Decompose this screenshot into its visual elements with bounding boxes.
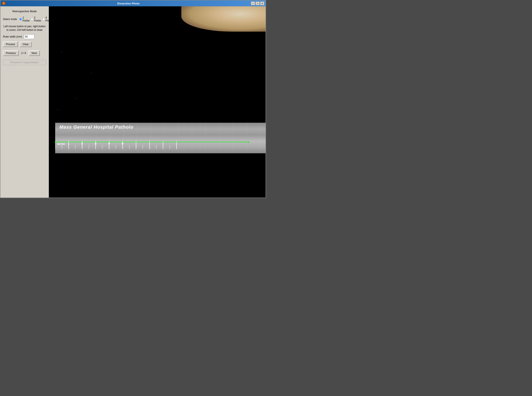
radio-3points-label: 3 Points bbox=[34, 16, 41, 22]
ruler-area: Mass General Hospital Patholо METRIC bbox=[55, 123, 266, 153]
app-icon-area bbox=[2, 1, 6, 6]
mode-row: Select mode 2 Points 3 Points 4 Points bbox=[3, 16, 46, 22]
scatter-dot-1 bbox=[62, 52, 62, 52]
instruction-text: Left mouse button to pan, right button t… bbox=[3, 25, 46, 32]
previous-button[interactable]: Previous bbox=[3, 50, 19, 56]
restore-button[interactable]: □ bbox=[255, 1, 260, 5]
ruler-ticks-svg: 1 2 3 4 5 bbox=[55, 141, 266, 153]
window-content: Retrospective Mode Select mode 2 Points … bbox=[0, 6, 266, 198]
minimize-button[interactable]: ─ bbox=[251, 1, 255, 5]
clear-button[interactable]: Clear bbox=[20, 41, 32, 47]
tissue-image bbox=[181, 6, 266, 32]
ruler-institution-text: Mass General Hospital Patholо bbox=[59, 124, 134, 130]
photo-background: Mass General Hospital Patholо METRIC bbox=[49, 6, 266, 198]
main-window: Dissection Photo ─ □ ✕ Retrospective Mod… bbox=[0, 0, 266, 198]
right-panel[interactable]: Mass General Hospital Patholо METRIC bbox=[49, 6, 266, 198]
radio-4points-input[interactable] bbox=[42, 18, 45, 20]
measurement-point-right bbox=[248, 141, 249, 143]
title-bar: Dissection Photo ─ □ ✕ bbox=[0, 0, 266, 6]
ruler-width-row: Ruler width (mm) bbox=[3, 34, 46, 39]
page-counter: 2 / 6 bbox=[21, 52, 26, 55]
next-button[interactable]: Next bbox=[29, 50, 40, 56]
app-icon bbox=[2, 2, 6, 5]
left-panel: Retrospective Mode Select mode 2 Points … bbox=[0, 6, 49, 198]
svg-text:1: 1 bbox=[68, 142, 69, 145]
scatter-dot-2 bbox=[57, 110, 58, 110]
proceed-to-segmentation-button[interactable]: Proceed to Segmentation bbox=[3, 60, 46, 65]
measurement-point-left bbox=[55, 141, 56, 143]
close-button[interactable]: ✕ bbox=[260, 1, 264, 5]
ruler-width-label: Ruler width (mm) bbox=[3, 35, 22, 38]
window-title: Dissection Photo bbox=[6, 2, 251, 5]
svg-text:4: 4 bbox=[108, 142, 110, 145]
process-button[interactable]: Process bbox=[3, 41, 18, 47]
process-clear-row: Process Clear bbox=[3, 41, 46, 47]
panel-title: Retrospective Mode bbox=[3, 10, 46, 13]
scatter-dot-4 bbox=[91, 73, 92, 73]
radio-group: 2 Points 3 Points 4 Points bbox=[19, 16, 52, 22]
radio-2points-input[interactable] bbox=[19, 18, 22, 20]
radio-2points[interactable]: 2 Points bbox=[19, 16, 29, 22]
ruler-width-input[interactable] bbox=[24, 34, 34, 39]
svg-text:3: 3 bbox=[95, 142, 96, 145]
window-controls: ─ □ ✕ bbox=[251, 1, 264, 5]
nav-row: Previous 2 / 6 Next bbox=[3, 50, 46, 56]
select-mode-label: Select mode bbox=[3, 18, 18, 21]
radio-3points[interactable]: 3 Points bbox=[31, 16, 41, 22]
svg-text:2: 2 bbox=[81, 142, 83, 145]
radio-2points-label: 2 Points bbox=[23, 16, 29, 22]
scatter-dot-3 bbox=[76, 98, 77, 99]
photo-area[interactable]: Mass General Hospital Patholо METRIC bbox=[49, 6, 266, 198]
svg-text:5: 5 bbox=[122, 142, 123, 145]
measurement-line bbox=[55, 142, 249, 142]
radio-3points-input[interactable] bbox=[31, 18, 33, 20]
proceed-container: Proceed to Segmentation bbox=[3, 60, 46, 65]
